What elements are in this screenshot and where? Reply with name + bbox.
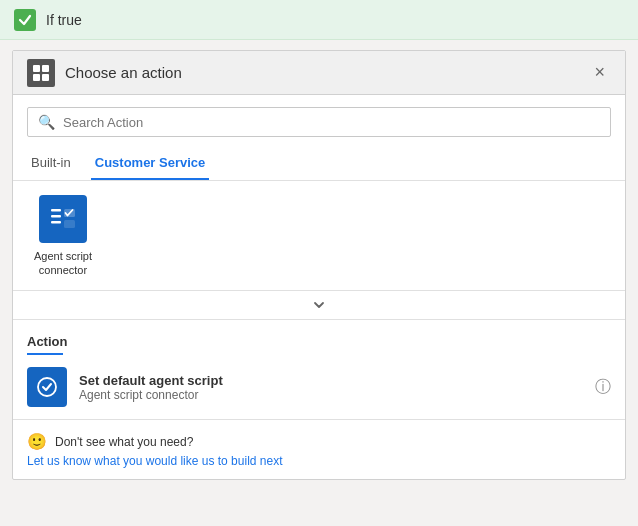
tab-builtin[interactable]: Built-in — [27, 147, 75, 180]
action-section-title: Action — [27, 334, 611, 349]
svg-rect-1 — [42, 65, 49, 72]
action-section: Action Set default agent script Agent sc… — [13, 320, 625, 419]
search-box[interactable]: 🔍 — [27, 107, 611, 137]
panel-header-left: Choose an action — [27, 59, 182, 87]
dont-see-label: Don't see what you need? — [55, 435, 193, 449]
tabs: Built-in Customer Service — [13, 147, 625, 181]
connector-icon-box — [39, 195, 87, 243]
svg-point-9 — [38, 378, 56, 396]
dont-see-section: 🙂 Don't see what you need? Let us know w… — [13, 419, 625, 479]
svg-rect-5 — [51, 215, 61, 218]
action-item[interactable]: Set default agent script Agent script co… — [27, 367, 611, 407]
search-area: 🔍 — [13, 95, 625, 137]
if-true-label: If true — [46, 12, 82, 28]
action-icon-box — [27, 367, 67, 407]
svg-rect-2 — [33, 74, 40, 81]
action-sub: Agent script connector — [79, 388, 583, 402]
svg-rect-3 — [42, 74, 49, 81]
action-text: Set default agent script Agent script co… — [79, 373, 583, 402]
panel-icon — [27, 59, 55, 87]
connectors-area: Agent script connector — [13, 181, 625, 291]
smiley-icon: 🙂 — [27, 432, 47, 451]
search-input[interactable] — [63, 115, 600, 130]
action-title-underline — [27, 353, 63, 355]
connector-label: Agent script connector — [27, 249, 99, 278]
panel-header: Choose an action × — [13, 51, 625, 95]
if-true-bar: If true — [0, 0, 638, 40]
svg-rect-8 — [64, 220, 75, 228]
feedback-link[interactable]: Let us know what you would like us to bu… — [27, 454, 282, 468]
tab-customer-service[interactable]: Customer Service — [91, 147, 210, 180]
if-true-check — [14, 9, 36, 31]
svg-rect-0 — [33, 65, 40, 72]
search-icon: 🔍 — [38, 114, 55, 130]
svg-rect-4 — [51, 209, 61, 212]
dont-see-row: 🙂 Don't see what you need? — [27, 432, 611, 451]
svg-rect-6 — [51, 221, 61, 224]
collapse-row[interactable] — [13, 291, 625, 320]
action-name: Set default agent script — [79, 373, 583, 388]
action-panel: Choose an action × 🔍 Built-in Customer S… — [12, 50, 626, 480]
info-icon[interactable]: ⓘ — [595, 377, 611, 398]
connector-agent-script[interactable]: Agent script connector — [27, 195, 99, 278]
panel-title: Choose an action — [65, 64, 182, 81]
close-button[interactable]: × — [588, 60, 611, 85]
